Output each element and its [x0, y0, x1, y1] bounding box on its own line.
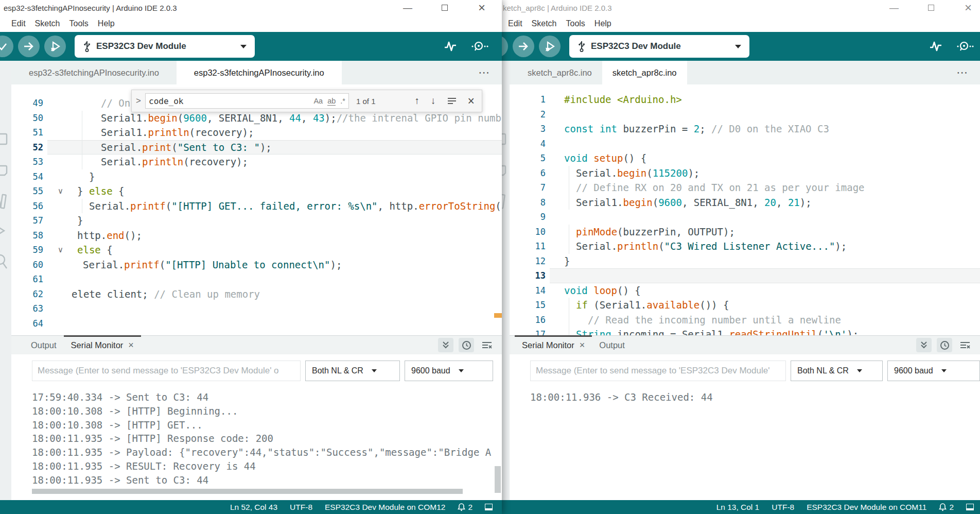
library-manager-icon[interactable]	[0, 193, 9, 210]
panel-tab-close-icon[interactable]: ×	[580, 340, 585, 351]
editor-tab-inactive[interactable]: esp32-s3fetchingAPInosecurity.ino	[11, 61, 177, 84]
serial-monitor-icon[interactable]	[956, 40, 974, 53]
code-line[interactable]: 64	[11, 316, 502, 331]
code-line[interactable]: 59∨else {	[11, 243, 502, 258]
boards-manager-icon[interactable]	[0, 164, 8, 179]
tab-overflow-icon[interactable]: ⋯	[478, 61, 502, 84]
boards-manager-icon[interactable]	[502, 164, 507, 179]
editor-tab-active[interactable]: esp32-s3fetchingAPInosecurity.ino	[177, 61, 342, 84]
library-manager-icon[interactable]	[502, 193, 508, 210]
code-line[interactable]: 10pinMode(buzzerPin, OUTPUT);	[510, 225, 980, 239]
code-editor[interactable]: 49// On the50Serial1.begin(9600, SERIAL_…	[11, 84, 502, 335]
menu-tools[interactable]: Tools	[562, 19, 590, 28]
minimize-icon[interactable]: —	[888, 3, 900, 12]
panel-tab-close-icon[interactable]: ×	[128, 340, 134, 351]
code-line[interactable]: 12}	[510, 254, 980, 269]
notifications-badge[interactable]: 2	[458, 503, 472, 512]
toggle-panel-icon[interactable]	[485, 504, 493, 510]
debug-sidebar-icon[interactable]	[0, 224, 7, 238]
verify-button[interactable]	[502, 36, 508, 57]
regex-toggle[interactable]: .*	[340, 97, 345, 105]
code-line[interactable]: 17String incoming = Serial1.readStringUn…	[510, 327, 980, 335]
code-line[interactable]: 61	[11, 272, 502, 287]
code-line[interactable]: 5void setup() {	[510, 151, 980, 166]
code-line[interactable]: 14void loop() {	[510, 283, 980, 298]
code-line[interactable]: 11Serial.println("C3 Wired Listener Acti…	[510, 239, 980, 254]
code-line[interactable]: 16// Read the incoming number until a ne…	[510, 313, 980, 328]
panel-tab-output[interactable]: Output	[24, 336, 64, 354]
code-line[interactable]: 4	[510, 136, 980, 151]
code-line[interactable]: 15if (Serial1.available()) {	[510, 298, 980, 313]
code-line[interactable]: 51Serial1.println(recovery);	[11, 125, 502, 140]
code-line[interactable]: 9	[510, 210, 980, 225]
find-next-icon[interactable]: ↓	[431, 95, 436, 107]
panel-tab-serial-monitor[interactable]: Serial Monitor ×	[515, 336, 592, 354]
serial-monitor-output[interactable]: 17:59:40.334 -> Sent to C3: 4418:00:10.3…	[32, 390, 492, 493]
code-line[interactable]: 50Serial1.begin(9600, SERIAL_8N1, 44, 43…	[11, 111, 502, 126]
sketchbook-icon[interactable]	[502, 132, 507, 146]
upload-button[interactable]	[18, 36, 40, 57]
menu-tools[interactable]: Tools	[65, 19, 93, 28]
code-line[interactable]: 8Serial1.begin(9600, SERIAL_8N1, 20, 21)…	[510, 195, 980, 210]
code-line[interactable]: 13	[510, 268, 980, 283]
cursor-position[interactable]: Ln 13, Col 1	[716, 503, 760, 512]
search-icon[interactable]	[0, 252, 9, 271]
menu-edit[interactable]: Edit	[503, 19, 527, 28]
debug-button[interactable]	[44, 36, 66, 57]
board-port-status[interactable]: ESP32C3 Dev Module on COM12	[325, 503, 445, 512]
code-line[interactable]: 6Serial.begin(115200);	[510, 166, 980, 181]
editor-tab-active[interactable]: sketch_apr8c.ino	[602, 61, 687, 84]
close-icon[interactable]: ×	[476, 3, 487, 12]
find-previous-icon[interactable]: ↑	[415, 95, 420, 107]
editor-tab-inactive[interactable]: sketch_apr8c.ino	[517, 61, 602, 84]
upload-button[interactable]	[513, 36, 534, 57]
find-input[interactable]	[149, 96, 309, 106]
code-line[interactable]: 52Serial.print("Sent to C3: ");	[11, 140, 502, 155]
serial-message-input[interactable]	[32, 361, 301, 381]
line-ending-dropdown[interactable]: Both NL & CR	[305, 361, 400, 381]
code-line[interactable]: 57}	[11, 213, 502, 228]
serial-message-input[interactable]	[530, 361, 786, 381]
menu-sketch[interactable]: Sketch	[527, 19, 562, 28]
code-line[interactable]: 7// Define RX on 20 and TX on 21 as per …	[510, 180, 980, 195]
code-editor[interactable]: 1#include <Arduino.h>23const int buzzerP…	[510, 84, 980, 335]
code-line[interactable]: 54}	[11, 169, 502, 184]
code-line[interactable]: 53Serial.println(recovery);	[11, 155, 502, 169]
timestamp-icon[interactable]	[937, 338, 952, 352]
code-line[interactable]: 1#include <Arduino.h>	[510, 92, 980, 107]
serial-vertical-scrollbar[interactable]	[495, 466, 501, 493]
panel-tab-serial-monitor[interactable]: Serial Monitor ×	[64, 336, 141, 354]
verify-button[interactable]	[0, 36, 13, 57]
code-line[interactable]: 56Serial.printf("[HTTP] GET... failed, e…	[11, 199, 502, 214]
toggle-panel-icon[interactable]	[966, 504, 974, 510]
code-line[interactable]: 58http.end();	[11, 228, 502, 243]
serial-monitor-output[interactable]: 18:00:11.936 -> C3 Received: 44	[530, 390, 970, 493]
notifications-badge[interactable]: 2	[939, 503, 954, 512]
clear-output-icon[interactable]	[479, 338, 495, 352]
sketchbook-icon[interactable]	[0, 132, 8, 146]
menu-help[interactable]: Help	[93, 19, 119, 28]
find-in-selection-icon[interactable]	[447, 97, 457, 105]
maximize-icon[interactable]	[439, 3, 450, 12]
code-line[interactable]: 60Serial.printf("[HTTP] Unable to connec…	[11, 258, 502, 272]
menu-edit[interactable]: Edit	[7, 19, 30, 28]
serial-monitor-icon[interactable]	[471, 40, 488, 53]
board-selector[interactable]: ESP32C3 Dev Module	[569, 35, 749, 58]
baud-rate-dropdown[interactable]: 9600 baud	[887, 361, 980, 381]
timestamp-icon[interactable]	[459, 338, 474, 352]
menu-sketch[interactable]: Sketch	[30, 19, 65, 28]
encoding[interactable]: UTF-8	[772, 503, 794, 512]
minimize-icon[interactable]: —	[402, 3, 413, 12]
maximize-icon[interactable]	[925, 3, 937, 12]
fold-chevron-icon[interactable]: ∨	[58, 243, 63, 258]
cursor-position[interactable]: Ln 52, Col 43	[230, 503, 277, 512]
titlebar[interactable]: esp32-s3fetchingAPInosecurity | Arduino …	[0, 0, 502, 15]
menu-help[interactable]: Help	[590, 19, 616, 28]
code-line[interactable]: 63	[11, 301, 502, 316]
baud-rate-dropdown[interactable]: 9600 baud	[405, 361, 493, 381]
code-line[interactable]: 2	[510, 107, 980, 122]
serial-plotter-icon[interactable]	[443, 40, 458, 53]
code-line[interactable]: 3const int buzzerPin = 2; // D0 on the X…	[510, 122, 980, 136]
code-line[interactable]: 62elete client; // Clean up memory	[11, 287, 502, 302]
autoscroll-icon[interactable]	[916, 338, 932, 352]
